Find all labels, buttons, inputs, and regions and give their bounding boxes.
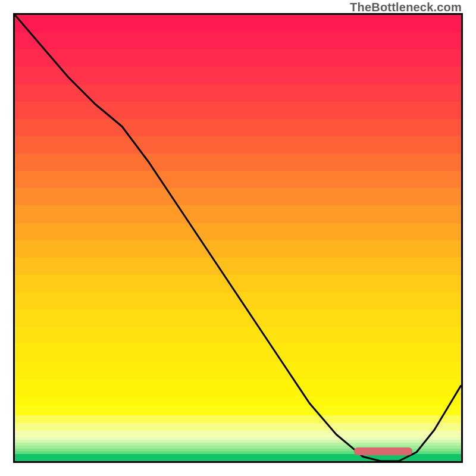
chart-frame (13, 13, 463, 463)
bottleneck-curve (15, 15, 461, 461)
optimal-range-marker (354, 447, 412, 455)
watermark-text: TheBottleneck.com (350, 1, 462, 14)
